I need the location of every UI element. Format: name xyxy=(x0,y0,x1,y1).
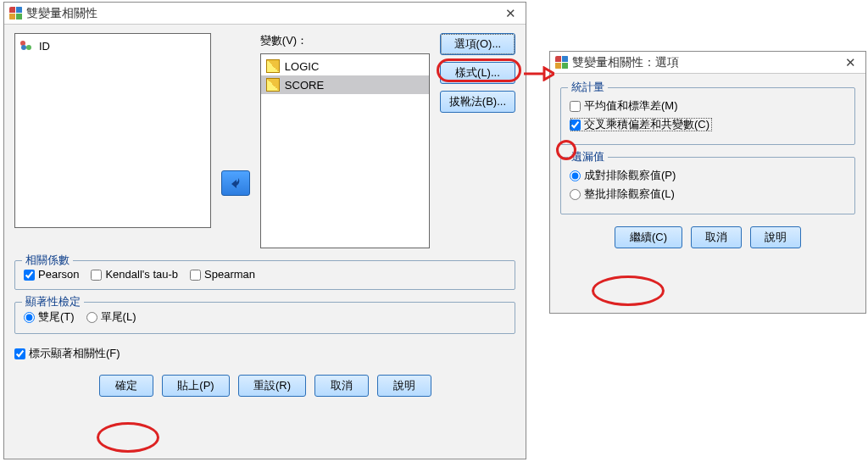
arrow-left-curved-icon xyxy=(229,176,242,190)
options-dialog: 雙變量相關性：選項 ✕ 統計量 平均值和標準差(M) 交叉乘積偏差和共變數(C)… xyxy=(549,51,866,314)
pairwise-radio[interactable]: 成對排除觀察值(P) xyxy=(570,168,676,183)
close-icon[interactable]: ✕ xyxy=(840,55,860,70)
dialog-title: 雙變量相關性 xyxy=(26,6,500,21)
significance-group: 顯著性檢定 雙尾(T) 單尾(L) xyxy=(14,302,515,334)
scale-var-icon xyxy=(266,78,280,92)
dialog-body: ID 變數(V)： LOGIC SC xyxy=(4,25,526,405)
ok-button[interactable]: 確定 xyxy=(99,375,153,397)
pairwise-input[interactable] xyxy=(570,170,581,181)
bivariate-dialog: 雙變量相關性 ✕ ID 變數(V)： xyxy=(3,2,526,459)
listwise-input[interactable] xyxy=(570,189,581,200)
cancel-button[interactable]: 取消 xyxy=(314,375,369,397)
one-tailed-radio[interactable]: 單尾(L) xyxy=(86,309,136,325)
kendall-input[interactable] xyxy=(91,270,102,281)
help-button[interactable]: 說明 xyxy=(750,226,801,248)
titlebar: 雙變量相關性：選項 ✕ xyxy=(550,52,865,74)
target-variable-list[interactable]: LOGIC SCORE xyxy=(260,53,430,248)
one-tailed-input[interactable] xyxy=(86,312,97,323)
missing-values-group: 遺漏值 成對排除觀察值(P) 整批排除觀察值(L) xyxy=(560,157,855,214)
nominal-var-icon xyxy=(20,39,34,53)
pearson-checkbox[interactable]: Pearson xyxy=(24,268,79,281)
dialog-body: 統計量 平均值和標準差(M) 交叉乘積偏差和共變數(C) 遺漏值 成對排除觀察值… xyxy=(550,74,865,257)
help-button[interactable]: 說明 xyxy=(377,375,431,397)
app-icon xyxy=(9,7,23,20)
listwise-radio[interactable]: 整批排除觀察值(L) xyxy=(570,186,675,202)
flag-input[interactable] xyxy=(14,348,25,359)
spearman-input[interactable] xyxy=(190,270,201,281)
dialog-title: 雙變量相關性：選項 xyxy=(572,55,840,70)
paste-button[interactable]: 貼上(P) xyxy=(162,375,230,397)
coefficients-group: 相關係數 Pearson Kendall's tau-b Spearman xyxy=(14,260,515,290)
cross-input[interactable] xyxy=(570,120,581,131)
group-legend: 遺漏值 xyxy=(568,149,608,164)
transfer-back-button[interactable] xyxy=(221,170,249,196)
list-item[interactable]: LOGIC xyxy=(261,57,429,75)
kendall-checkbox[interactable]: Kendall's tau-b xyxy=(91,268,178,281)
reset-button[interactable]: 重設(R) xyxy=(238,375,306,397)
spearman-checkbox[interactable]: Spearman xyxy=(190,268,255,281)
group-legend: 統計量 xyxy=(568,80,608,95)
two-tailed-radio[interactable]: 雙尾(T) xyxy=(24,309,75,325)
bootstrap-button[interactable]: 拔靴法(B)... xyxy=(440,91,515,113)
var-name: LOGIC xyxy=(285,60,319,73)
app-icon xyxy=(555,56,569,70)
means-input[interactable] xyxy=(570,101,581,112)
cross-products-checkbox[interactable]: 交叉乘積偏差和共變數(C) xyxy=(570,117,713,132)
group-legend: 顯著性檢定 xyxy=(22,294,84,309)
cancel-button[interactable]: 取消 xyxy=(691,226,742,248)
group-legend: 相關係數 xyxy=(22,253,73,268)
close-icon[interactable]: ✕ xyxy=(500,6,520,21)
options-button[interactable]: 選項(O)... xyxy=(440,33,515,55)
continue-button[interactable]: 繼續(C) xyxy=(615,226,682,248)
var-name: SCORE xyxy=(285,79,324,92)
pearson-input[interactable] xyxy=(24,270,35,281)
source-variable-list[interactable]: ID xyxy=(14,33,211,228)
list-item[interactable]: SCORE xyxy=(261,75,429,94)
means-sd-checkbox[interactable]: 平均值和標準差(M) xyxy=(570,98,678,114)
style-button[interactable]: 樣式(L)... xyxy=(440,62,515,84)
flag-significant-checkbox[interactable]: 標示顯著相關性(F) xyxy=(14,346,120,361)
variables-header: 變數(V)： xyxy=(260,34,308,47)
scale-var-icon xyxy=(266,59,280,73)
var-name: ID xyxy=(39,40,50,53)
list-item[interactable]: ID xyxy=(15,36,210,55)
statistics-group: 統計量 平均值和標準差(M) 交叉乘積偏差和共變數(C) xyxy=(560,87,855,145)
titlebar: 雙變量相關性 ✕ xyxy=(4,3,526,25)
two-tailed-input[interactable] xyxy=(24,312,35,323)
